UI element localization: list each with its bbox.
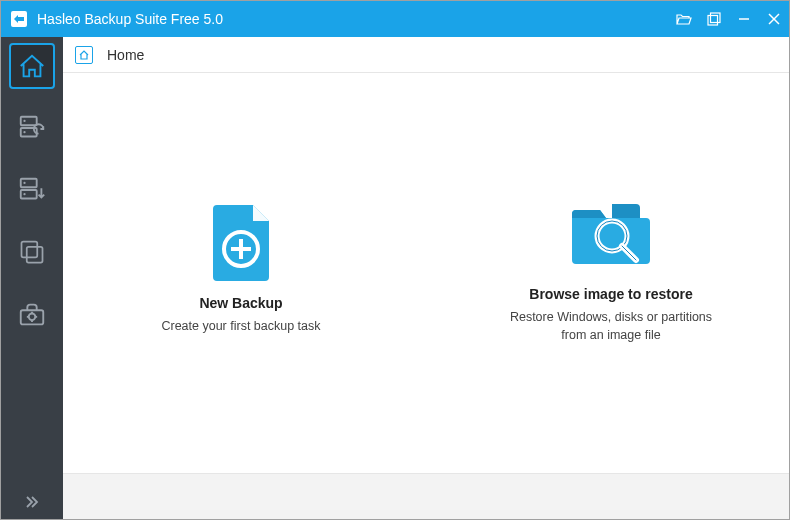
svg-rect-15 [27,247,43,263]
folder-open-icon [676,12,692,26]
svg-rect-10 [21,179,37,187]
toolbox-icon [17,299,47,329]
minimize-icon [738,13,750,25]
svg-rect-14 [22,242,38,258]
svg-rect-1 [711,13,721,23]
window-copy-icon [707,12,721,26]
svg-rect-2 [708,16,718,26]
chevron-right-double-icon [24,494,40,510]
server-refresh-icon [17,113,47,143]
breadcrumb-bar: Home [63,37,789,73]
home-icon [17,51,47,81]
close-icon [768,13,780,25]
svg-point-13 [23,193,25,195]
svg-point-8 [23,120,25,122]
breadcrumb-label: Home [107,47,144,63]
folder-open-button[interactable] [669,1,699,37]
browse-restore-icon [566,182,656,272]
svg-rect-6 [21,117,37,125]
sidebar-item-home[interactable] [9,43,55,89]
sidebar-item-disk-backup[interactable] [9,167,55,213]
new-backup-title: New Backup [199,295,282,311]
sidebar [1,37,63,519]
close-button[interactable] [759,1,789,37]
main-area: Home New Backup Create your first backup… [63,37,789,519]
svg-rect-11 [21,190,37,198]
sidebar-item-tools[interactable] [9,291,55,337]
breadcrumb-home-icon[interactable] [75,46,93,64]
titlebar: Hasleo Backup Suite Free 5.0 [1,1,789,37]
browse-restore-card[interactable]: Browse image to restore Restore Windows,… [496,182,726,344]
sidebar-expand-button[interactable] [1,485,63,519]
server-down-icon [17,175,47,205]
svg-point-9 [23,131,25,133]
app-title: Hasleo Backup Suite Free 5.0 [37,11,223,27]
new-backup-icon [209,191,273,281]
home-small-icon [78,49,90,61]
browse-restore-title: Browse image to restore [529,286,692,302]
new-backup-card[interactable]: New Backup Create your first backup task [126,191,356,335]
minimize-button[interactable] [729,1,759,37]
window-copy-button[interactable] [699,1,729,37]
sidebar-item-system-backup[interactable] [9,105,55,151]
clone-icon [18,238,46,266]
status-bar [63,473,789,519]
svg-point-12 [23,182,25,184]
app-logo-icon [9,9,29,29]
new-backup-desc: Create your first backup task [161,317,320,335]
browse-restore-desc: Restore Windows, disks or partitions fro… [496,308,726,344]
svg-point-17 [29,314,36,321]
content-area: New Backup Create your first backup task [63,73,789,473]
sidebar-item-clone[interactable] [9,229,55,275]
